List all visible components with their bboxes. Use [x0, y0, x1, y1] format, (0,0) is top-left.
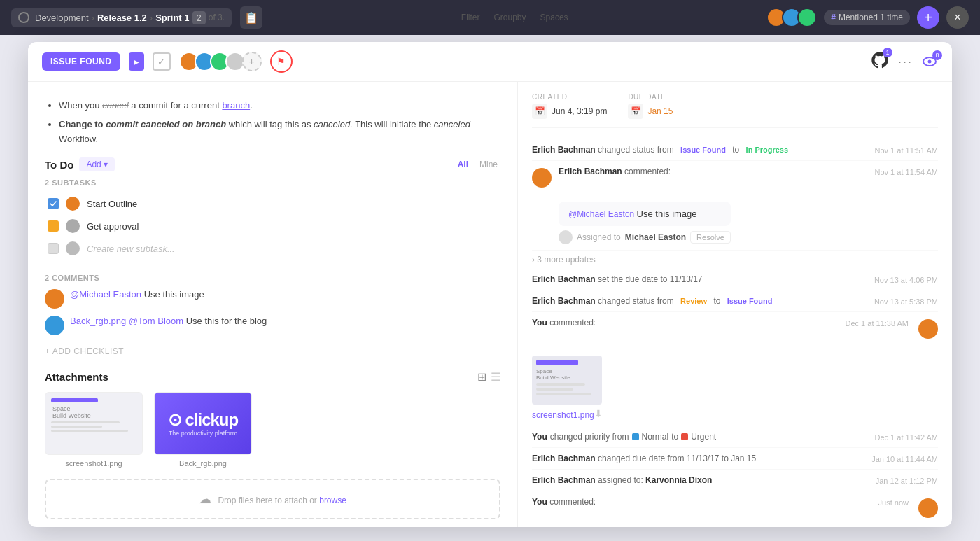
subtask-checkbox-new [48, 243, 59, 254]
priority-flag-button[interactable]: ⚑ [270, 50, 293, 73]
due-icon: 📅 [628, 104, 643, 119]
subtask-avatar-new [66, 241, 80, 255]
project-icon [18, 12, 29, 23]
view-toggle: ⊞ ☰ [477, 370, 500, 384]
urgent-label: Urgent [691, 432, 716, 442]
created-label: CREATED [532, 93, 607, 101]
grid-view-button[interactable]: ⊞ [477, 370, 486, 384]
created-value: Jun 4, 3:19 pm [552, 106, 607, 116]
filter-all[interactable]: All [455, 158, 471, 171]
upload-icon: ☁ [199, 492, 211, 506]
filter-tabs: All Mine [455, 158, 500, 171]
you-avatar [918, 319, 938, 339]
comment-2-file[interactable]: Back_rgb.png [70, 316, 126, 326]
activity-item: Erlich Bachman commented: Nov 1 at 11:54… [532, 161, 938, 251]
clickup-tagline: The productivity platform [169, 430, 238, 437]
status-button[interactable]: ISSUE FOUND [42, 52, 120, 71]
breadcrumb-sep2: › [150, 13, 153, 23]
comment-content: @Michael Easton Use this image [559, 202, 731, 226]
assignee-avatars: + [179, 52, 262, 71]
close-button[interactable]: × [946, 6, 969, 29]
attachments-header: Attachments ⊞ ☰ [45, 370, 500, 384]
attachments-section: Attachments ⊞ ☰ SpaceBuild Website [45, 370, 500, 519]
drop-text: Drop files here to attach or [218, 496, 316, 505]
activity-feed: Erlich Bachman changed status from Issue… [532, 139, 938, 527]
add-checklist-button[interactable]: + ADD CHECKLIST [45, 346, 500, 356]
attachment-1-preview[interactable]: SpaceBuild Website [45, 392, 143, 455]
new-subtask-row: Create new subtask... [45, 237, 500, 260]
due-label: DUE DATE [628, 93, 673, 101]
subtask-item[interactable]: Get approval [45, 215, 500, 237]
activity-time: Dec 1 at 11:42 AM [875, 433, 939, 442]
modal-body: When you cancel a commit for a current b… [28, 82, 952, 527]
task-modal: ISSUE FOUND ▶ ✓ + ⚑ 1 ··· 8 [28, 42, 952, 527]
status-arrow-button[interactable]: ▶ [129, 52, 144, 71]
activity-item: You changed priority from Normal to Urge… [532, 426, 938, 448]
more-options-button[interactable]: ··· [898, 55, 913, 69]
add-button[interactable]: + [917, 6, 939, 29]
to-text: to [732, 145, 741, 155]
assign-icon [559, 230, 573, 244]
more-updates-toggle[interactable]: › 3 more updates [532, 251, 938, 269]
count-total: of 3. [209, 13, 225, 22]
comments-label: 2 COMMENTS [45, 274, 500, 282]
new-subtask-input[interactable]: Create new subtask... [87, 244, 175, 254]
subtask-avatar-1 [66, 197, 80, 211]
item-count: 2 [192, 11, 206, 24]
comment-2-text: Use this for the blog [186, 316, 267, 326]
comment-1-author[interactable]: @Michael Easton [70, 289, 141, 300]
topbar-right: # Mentioned 1 time + × [766, 6, 969, 29]
groupby-label: Groupby [494, 13, 526, 22]
comment-1-content: Use this image [144, 289, 204, 300]
resolve-button[interactable]: Resolve [690, 231, 731, 244]
complete-button[interactable]: ✓ [153, 52, 171, 71]
browse-link[interactable]: browse [319, 496, 346, 505]
branch-link[interactable]: branch [222, 100, 250, 111]
watchers-badge: 8 [932, 50, 942, 60]
add-assignee-button[interactable]: + [242, 52, 262, 71]
clipboard-button[interactable]: 📋 [240, 6, 262, 29]
attachment-2-preview[interactable]: ⊙ clickup The productivity platform [154, 392, 252, 455]
subtask-checkbox-1[interactable] [48, 198, 59, 209]
github-button[interactable]: 1 [870, 50, 890, 73]
comment-2-mention[interactable]: @Tom Bloom [129, 316, 183, 326]
subtask-item[interactable]: Start Outline [45, 192, 500, 215]
add-subtask-button[interactable]: Add ▾ [79, 157, 114, 171]
due-value: Jan 15 [648, 106, 673, 116]
priority-change-text: changed priority from [550, 432, 629, 442]
activity-time: Dec 1 at 11:38 AM [846, 319, 909, 328]
commented-text: commented: [624, 167, 671, 176]
filter-mine[interactable]: Mine [477, 158, 500, 171]
activity-time: Jan 10 at 11:44 AM [872, 455, 938, 463]
you-commented-text2: commented: [550, 497, 596, 507]
comment-item: Back_rgb.png @Tom Bloom Use this for the… [45, 316, 500, 335]
screenshot-link[interactable]: screenshot1.png [532, 410, 594, 420]
release-name: Release 1.2 [97, 13, 147, 23]
watchers-button[interactable]: 8 [921, 53, 938, 70]
drop-zone[interactable]: ☁ Drop files here to attach or browse [45, 479, 500, 519]
mentioned-badge[interactable]: # Mentioned 1 time [824, 10, 910, 25]
activity-item: Erlich Bachman assigned to: Karvonnia Di… [532, 470, 938, 491]
cancel-link: cancel [102, 100, 129, 111]
clickup-logo: ⊙ clickup [168, 410, 238, 430]
subtask-checkbox-2[interactable] [48, 220, 59, 232]
left-panel: When you cancel a commit for a current b… [28, 82, 518, 527]
comment-avatar-1 [45, 289, 64, 309]
download-icon[interactable]: ⬇ [594, 408, 603, 419]
commenter-name: Erlich Bachman [559, 167, 622, 176]
modal-header: ISSUE FOUND ▶ ✓ + ⚑ 1 ··· 8 [28, 42, 952, 82]
add-label: Add [86, 160, 101, 169]
github-badge: 1 [883, 48, 892, 57]
you-avatar-2 [918, 498, 938, 518]
date-change-text: set the due date to 11/13/17 [598, 274, 702, 284]
attachment-2: ⊙ clickup The productivity platform Back… [154, 392, 252, 468]
mention-link: @Michael Easton [568, 209, 634, 219]
activity-time: Nov 1 at 11:51 AM [875, 146, 939, 155]
activity-time-now: Just now [878, 498, 909, 507]
sprint-name: Sprint 1 [155, 13, 189, 23]
screenshot-preview: SpaceBuild Website [532, 356, 602, 405]
mentioned-text: Mentioned 1 time [839, 13, 903, 22]
you-label: You [532, 318, 547, 328]
actor-name: Erlich Bachman [532, 296, 596, 306]
list-view-button[interactable]: ☰ [491, 370, 500, 384]
